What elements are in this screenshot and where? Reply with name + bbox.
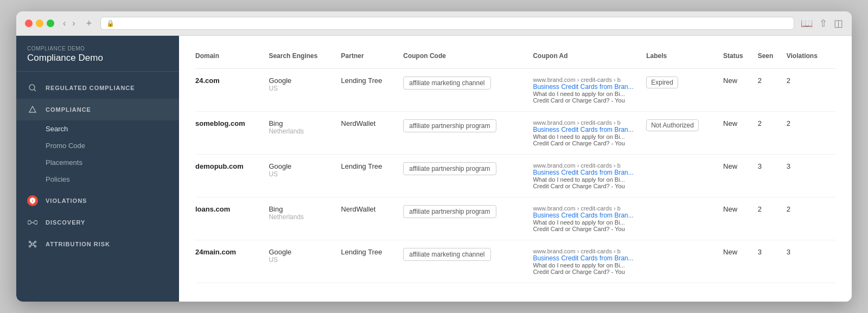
svg-point-6 bbox=[29, 246, 31, 247]
data-table: Domain Search Engines Partner Coupon Cod… bbox=[195, 52, 835, 283]
cell-partner-1: NerdWallet bbox=[341, 112, 404, 155]
sidebar-item-regulated-compliance[interactable]: REGULATED COMPLIANCE bbox=[16, 77, 179, 99]
col-domain[interactable]: Domain bbox=[195, 52, 269, 69]
new-tab-button[interactable]: + bbox=[84, 18, 94, 29]
cell-coupon-2: affiliate partnership program bbox=[403, 155, 533, 197]
sidebar-item-promo-code[interactable]: Promo Code bbox=[46, 137, 179, 154]
browser-actions: 📖 ⇧ ◫ bbox=[801, 17, 843, 29]
cell-partner-2: Lending Tree bbox=[341, 155, 404, 197]
cell-domain-4: 24main.com bbox=[195, 240, 269, 283]
sidebar-item-compliance[interactable]: COMPLIANCE bbox=[16, 99, 179, 120]
cell-engine-1: Bing Netherlands bbox=[269, 112, 341, 155]
address-bar[interactable]: 🔒 bbox=[100, 17, 794, 30]
minimize-button[interactable] bbox=[36, 20, 43, 27]
svg-point-3 bbox=[31, 243, 34, 245]
cell-domain-3: loans.com bbox=[195, 197, 269, 240]
reader-view-icon[interactable]: 📖 bbox=[801, 17, 813, 29]
svg-line-1 bbox=[34, 90, 36, 91]
cell-coupon-1: affiliate partnership program bbox=[403, 112, 533, 155]
sidebar-nav: REGULATED COMPLIANCE COMPLIANCE Search bbox=[16, 72, 179, 260]
cell-seen-1: 2 bbox=[758, 112, 787, 155]
cell-status-1: New bbox=[723, 112, 758, 155]
cell-domain-2: demopub.com bbox=[195, 155, 269, 197]
sidebar-item-attribution-risk[interactable]: ATTRIBUTION RISK bbox=[16, 233, 179, 255]
svg-line-8 bbox=[30, 242, 31, 244]
shield-icon: ! bbox=[27, 195, 38, 206]
col-coupon-ad[interactable]: Coupon Ad bbox=[533, 52, 646, 69]
cell-status-2: New bbox=[723, 155, 758, 197]
cell-violations-3: 2 bbox=[787, 197, 835, 240]
maximize-button[interactable] bbox=[47, 20, 54, 27]
cell-status-0: New bbox=[723, 69, 758, 112]
lock-icon: 🔒 bbox=[106, 20, 114, 27]
cell-label-1: Not Authorized bbox=[646, 112, 723, 155]
close-button[interactable] bbox=[25, 20, 33, 27]
cell-engine-0: Google US bbox=[269, 69, 341, 112]
cell-coupon-4: affiliate marketing channel bbox=[403, 240, 533, 283]
cell-violations-1: 2 bbox=[787, 112, 835, 155]
svg-point-4 bbox=[29, 241, 31, 243]
sidebar-brand-large: Compliance Demo bbox=[27, 53, 168, 63]
cell-violations-0: 2 bbox=[787, 69, 835, 112]
svg-line-9 bbox=[34, 242, 35, 244]
cell-partner-3: NerdWallet bbox=[341, 197, 404, 240]
triangle-icon bbox=[27, 104, 38, 115]
sidebar-brand-small: Compliance Demo bbox=[27, 46, 168, 52]
forward-button[interactable]: › bbox=[70, 17, 77, 29]
cell-seen-2: 3 bbox=[758, 155, 787, 197]
col-search-engines[interactable]: Search Engines bbox=[269, 52, 341, 69]
tabs-icon[interactable]: ◫ bbox=[834, 17, 843, 29]
table-row: loans.com Bing Netherlands NerdWallet af… bbox=[195, 197, 835, 240]
col-violations[interactable]: Violations bbox=[787, 52, 835, 69]
table-row: 24.com Google US Lending Tree affiliate … bbox=[195, 69, 835, 112]
back-button[interactable]: ‹ bbox=[61, 17, 68, 29]
col-labels[interactable]: Labels bbox=[646, 52, 723, 69]
discovery-label: DISCOVERY bbox=[46, 219, 85, 226]
hub-icon bbox=[27, 239, 38, 250]
browser-window: ‹ › + 🔒 📖 ⇧ ◫ Compliance Demo Compliance… bbox=[16, 11, 852, 302]
cell-seen-3: 2 bbox=[758, 197, 787, 240]
table-row: someblog.com Bing Netherlands NerdWallet… bbox=[195, 112, 835, 155]
svg-point-5 bbox=[35, 241, 36, 243]
cell-ad-0: www.brand.com › credit-cards › b Busines… bbox=[533, 69, 646, 112]
attribution-risk-label: ATTRIBUTION RISK bbox=[46, 241, 110, 247]
browser-content: Compliance Demo Compliance Demo REGULATE… bbox=[16, 36, 852, 302]
cell-partner-4: Lending Tree bbox=[341, 240, 404, 283]
sidebar-item-discovery[interactable]: DISCOVERY bbox=[16, 212, 179, 233]
cell-ad-3: www.brand.com › credit-cards › b Busines… bbox=[533, 197, 646, 240]
main-content: Domain Search Engines Partner Coupon Cod… bbox=[179, 36, 852, 302]
col-seen[interactable]: Seen bbox=[758, 52, 787, 69]
sidebar-item-violations[interactable]: ! VIOLATIONS bbox=[16, 190, 179, 212]
cell-coupon-3: affiliate partnership program bbox=[403, 197, 533, 240]
cell-label-2 bbox=[646, 155, 723, 197]
cell-status-4: New bbox=[723, 240, 758, 283]
sidebar-item-placements[interactable]: Placements bbox=[46, 154, 179, 171]
sidebar-item-policies[interactable]: Policies bbox=[46, 171, 179, 188]
sidebar-section-compliance: COMPLIANCE Search Promo Code Placements … bbox=[16, 99, 179, 188]
cell-ad-4: www.brand.com › credit-cards › b Busines… bbox=[533, 240, 646, 283]
cell-violations-4: 3 bbox=[787, 240, 835, 283]
traffic-lights bbox=[25, 20, 54, 27]
col-partner[interactable]: Partner bbox=[341, 52, 404, 69]
svg-line-11 bbox=[34, 245, 35, 246]
cell-coupon-0: affiliate marketing channel bbox=[403, 69, 533, 112]
col-coupon-code[interactable]: Coupon Code bbox=[403, 52, 533, 69]
svg-text:!: ! bbox=[32, 199, 33, 203]
regulated-compliance-label: REGULATED COMPLIANCE bbox=[46, 85, 135, 91]
browser-chrome: ‹ › + 🔒 📖 ⇧ ◫ bbox=[16, 11, 852, 36]
svg-point-0 bbox=[29, 85, 35, 90]
nav-buttons: ‹ › bbox=[61, 17, 78, 29]
violations-label: VIOLATIONS bbox=[46, 197, 87, 204]
cell-seen-0: 2 bbox=[758, 69, 787, 112]
cell-engine-3: Bing Netherlands bbox=[269, 197, 341, 240]
sidebar-item-search[interactable]: Search bbox=[46, 120, 179, 137]
cell-label-0: Expired bbox=[646, 69, 723, 112]
table-row: 24main.com Google US Lending Tree affili… bbox=[195, 240, 835, 283]
cell-status-3: New bbox=[723, 197, 758, 240]
cell-ad-2: www.brand.com › credit-cards › b Busines… bbox=[533, 155, 646, 197]
svg-point-7 bbox=[35, 246, 36, 247]
svg-line-10 bbox=[30, 245, 31, 246]
cell-domain-0: 24.com bbox=[195, 69, 269, 112]
col-status[interactable]: Status bbox=[723, 52, 758, 69]
share-icon[interactable]: ⇧ bbox=[819, 17, 827, 29]
